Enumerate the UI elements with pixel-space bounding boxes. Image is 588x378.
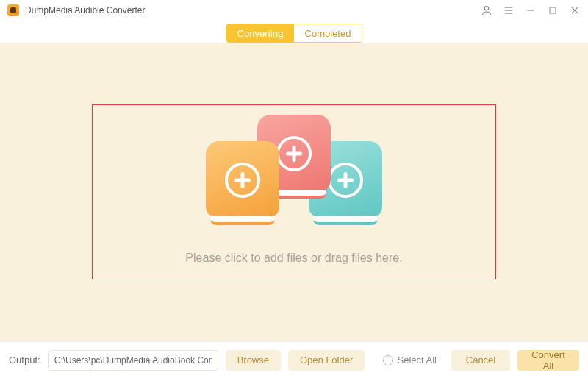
select-all-label: Select All [398,354,437,365]
menu-icon[interactable] [503,4,514,16]
tab-converting[interactable]: Converting [226,24,294,42]
dropzone-illustration [206,124,382,227]
radio-icon [383,355,393,365]
account-icon[interactable] [481,4,492,16]
file-dropzone[interactable]: Please click to add files or drag files … [92,104,496,279]
svg-point-0 [484,7,488,10]
footer: Output: Browse Open Folder Select All Ca… [0,341,588,378]
select-all-toggle[interactable]: Select All [383,354,437,365]
minimize-icon[interactable] [525,4,537,16]
close-icon[interactable] [569,4,581,16]
titlebar: DumpMedia Audible Converter [0,0,588,21]
cancel-button[interactable]: Cancel [451,350,510,371]
plus-icon [328,163,363,198]
tab-completed[interactable]: Completed [294,24,362,42]
maximize-icon[interactable] [547,4,559,16]
open-folder-button[interactable]: Open Folder [288,350,365,371]
output-label: Output: [9,354,40,365]
app-title: DumpMedia Audible Converter [25,5,145,15]
app-logo [7,4,19,16]
tabbar: Converting Completed [0,21,588,43]
convert-all-button[interactable]: Convert All [517,350,579,371]
content-area: Please click to add files or drag files … [0,43,588,341]
plus-icon [276,136,312,171]
dropzone-text: Please click to add files or drag files … [185,252,402,265]
svg-rect-5 [550,7,556,13]
output-path-field[interactable] [48,350,218,371]
plus-icon [225,163,260,198]
book-icon-orange [206,141,279,219]
browse-button[interactable]: Browse [226,350,281,371]
